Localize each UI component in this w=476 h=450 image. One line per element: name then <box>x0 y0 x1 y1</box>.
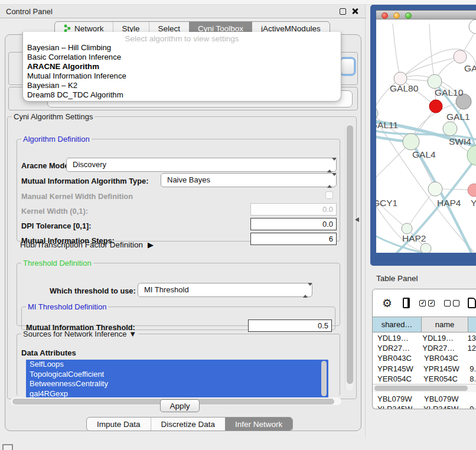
data-attributes-list[interactable]: SelfLoops TopologicalCoefficient Between… <box>26 360 328 400</box>
minimized-panel-icon[interactable] <box>2 444 13 450</box>
list-item[interactable]: SelfLoops <box>26 360 328 370</box>
data-attributes-label: Data Attributes <box>21 348 76 357</box>
algorithm-dropdown-list: Select algorithm to view settings Bayesi… <box>22 32 341 102</box>
table-body: YDL19…YDL19…13 YDR27…YDR27…12 YBR043CYBR… <box>373 333 476 384</box>
bottom-tabbar: Impute Data Discretize Data Infer Networ… <box>86 417 293 431</box>
apply-button[interactable]: Apply <box>160 399 200 412</box>
network-window-titlebar <box>376 10 476 19</box>
table-row[interactable]: YDR27…YDR27…12 <box>373 343 476 353</box>
scrollbar-thumb[interactable] <box>374 386 468 391</box>
panel-divider <box>365 5 366 437</box>
stepper-arrows-icon <box>303 286 308 295</box>
network-graph: GAL GAL80 GAL10 GAL1 GAL11 SWI4 GAL4 GCY… <box>376 19 476 253</box>
dropdown-item-mutual-information[interactable]: Mutual Information Inference <box>23 71 341 81</box>
table-toolbar: ⚙ ✓ ✓ <box>373 289 476 317</box>
dropdown-item-bayesian-k2[interactable]: Bayesian – K2 <box>23 81 341 90</box>
dropdown-item-basic-correlation[interactable]: Basic Correlation Inference <box>23 53 341 62</box>
threshold-definition-group: Threshold Definition Which threshold to … <box>17 259 340 326</box>
mi-algorithm-type-combobox[interactable]: Naive Bayes <box>161 173 337 187</box>
node-gal10[interactable] <box>428 74 442 89</box>
hub-transcription-expander[interactable]: Hub/Transcription Factor Definition ▶ <box>20 240 154 249</box>
list-item[interactable]: TopologicalCoefficient <box>26 370 328 380</box>
tab-impute-data[interactable]: Impute Data <box>87 418 151 431</box>
scrollbar-thumb[interactable] <box>347 125 353 384</box>
node-hap2[interactable] <box>402 223 412 234</box>
top-strip <box>0 0 476 5</box>
node[interactable] <box>469 19 476 34</box>
list-item[interactable]: BetweennessCentrality <box>26 379 328 389</box>
mi-threshold-definition-group: MI Threshold Definition Mutual Informati… <box>21 302 335 330</box>
node-gal1[interactable] <box>443 122 457 136</box>
expand-triangle-icon[interactable]: ▶ <box>148 240 154 249</box>
table-row[interactable]: YBL079WYBL079W <box>373 394 476 404</box>
node-label: GAL4 <box>412 149 436 159</box>
cyni-algorithm-settings-group: Cyni Algorithm Settings Algorithm Defini… <box>7 112 357 399</box>
settings-vertical-scrollbar[interactable] <box>345 124 353 391</box>
tab-discretize-data[interactable]: Discretize Data <box>151 418 226 431</box>
node-red[interactable] <box>429 100 442 113</box>
node-label: GAL <box>464 63 476 73</box>
dropdown-item-aracne[interactable]: ARACNE Algorithm <box>23 62 341 71</box>
column-header-shared-name[interactable]: shared… <box>373 317 422 332</box>
mi-algorithm-type-label: Mutual Information Algorithm Type: <box>21 177 148 185</box>
kernel-width-field[interactable] <box>250 203 337 216</box>
table-row[interactable]: YDL19…YDL19…13 <box>373 333 476 343</box>
sources-title: Sources for Network Inference ▼ <box>21 330 138 338</box>
aracne-mode-combobox[interactable]: Discovery <box>66 158 337 172</box>
manual-kernel-width-label: Manual Kernel Width Definition <box>21 192 133 201</box>
collapse-triangle-icon[interactable]: ▼ <box>129 330 136 338</box>
control-panel-title: Control Panel <box>6 7 53 16</box>
table-row[interactable]: YBR043CYBR043C <box>373 353 476 363</box>
node[interactable] <box>467 145 476 165</box>
network-canvas[interactable]: GAL GAL80 GAL10 GAL1 GAL11 SWI4 GAL4 GCY… <box>376 19 476 253</box>
node-salmon[interactable] <box>468 184 476 197</box>
mi-steps-field[interactable] <box>250 233 337 245</box>
node-label: GAL80 <box>390 83 419 93</box>
function-builder-icon[interactable] <box>468 298 476 308</box>
control-panel-titlebar: Control Panel <box>0 5 366 18</box>
network-icon <box>64 24 71 32</box>
algorithm-definition-group: Algorithm Definition Aracne Mode: Discov… <box>17 135 340 242</box>
algorithm-combobox-button[interactable] <box>341 58 354 74</box>
column-header-name[interactable]: name <box>422 317 468 332</box>
sources-group: Sources for Network Inference ▼ Data Att… <box>17 330 340 396</box>
node-hap4[interactable] <box>428 182 442 196</box>
dpi-tolerance-field[interactable] <box>250 218 337 230</box>
node[interactable] <box>420 243 431 253</box>
column-header-partial[interactable] <box>468 317 476 332</box>
float-window-icon[interactable] <box>340 8 346 15</box>
stepper-arrows-icon <box>327 161 332 169</box>
node-label: GAL10 <box>435 87 464 97</box>
node-label: SWI4 <box>449 136 471 146</box>
dropdown-placeholder: Select algorithm to view settings <box>23 32 341 43</box>
zoom-traffic-light-icon[interactable] <box>405 12 412 19</box>
deselect-all-icon[interactable] <box>444 300 459 306</box>
threshold-definition-title: Threshold Definition <box>21 259 93 268</box>
table-panel-title: Table Panel <box>376 274 418 283</box>
aracne-mode-label: Aracne Mode: <box>21 161 71 170</box>
table-horizontal-scrollbar[interactable] <box>373 384 476 392</box>
hub-expander-label: Hub/Transcription Factor Definition <box>20 240 143 249</box>
dropdown-item-dream8[interactable]: Dream8 DC_TDC Algorithm <box>23 90 341 100</box>
table-row[interactable]: YLR345WYLR345W9. <box>373 404 476 409</box>
table-row[interactable]: YER054CYER054C8. <box>373 374 476 384</box>
table-panel: ⚙ ✓ ✓ shared… name YDL19…YDL19…13 YDR27…… <box>372 289 476 409</box>
select-all-icon[interactable]: ✓ ✓ <box>419 300 435 306</box>
split-column-icon[interactable] <box>403 298 410 308</box>
list-scrollbar[interactable] <box>321 361 327 396</box>
table-row[interactable]: YPR145WYPR145W9. <box>373 364 476 374</box>
node-gal4[interactable] <box>403 133 419 150</box>
mouse-cursor <box>355 217 359 222</box>
which-threshold-combobox[interactable]: MI Threshold <box>138 283 312 297</box>
dropdown-item-bayesian-hill-climbing[interactable]: Bayesian – Hill Climbing <box>23 43 341 53</box>
tab-infer-network[interactable]: Infer Network <box>225 418 292 431</box>
node[interactable] <box>454 50 467 63</box>
manual-kernel-width-checkbox[interactable] <box>325 191 333 199</box>
gear-icon[interactable]: ⚙ <box>382 298 392 309</box>
minimize-traffic-light-icon[interactable] <box>393 12 400 19</box>
close-traffic-light-icon[interactable] <box>382 12 388 19</box>
close-icon[interactable] <box>351 8 358 15</box>
network-window: GAL GAL80 GAL10 GAL1 GAL11 SWI4 GAL4 GCY… <box>376 10 476 253</box>
which-threshold-label: Which threshold to use: <box>50 286 136 295</box>
which-threshold-value: MI Threshold <box>144 285 189 294</box>
